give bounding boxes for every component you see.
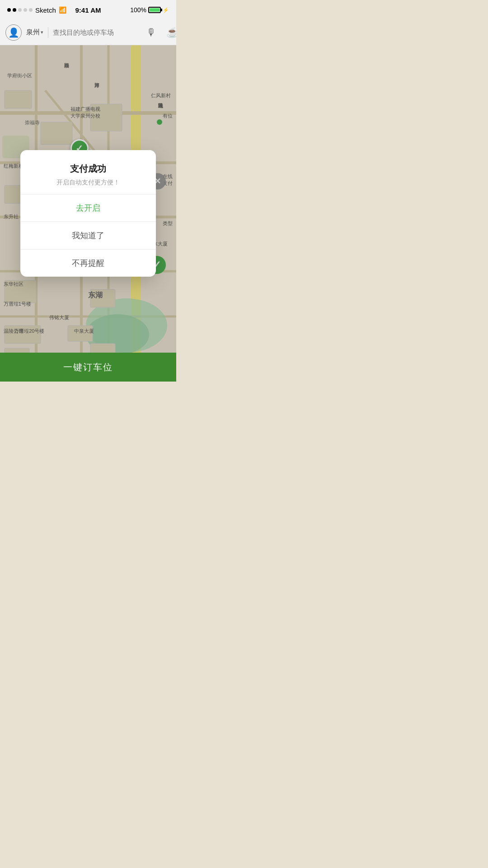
dot-1 <box>7 8 11 12</box>
got-it-button[interactable]: 我知道了 <box>20 222 156 249</box>
battery-fill <box>150 8 160 12</box>
chevron-down-icon: ▾ <box>41 29 43 35</box>
no-remind-button[interactable]: 不再提醒 <box>20 250 156 277</box>
dot-4 <box>23 8 27 12</box>
search-input[interactable] <box>53 28 139 36</box>
status-right: 100% ⚡ <box>130 6 169 14</box>
coffee-button[interactable]: ☕ <box>164 24 176 41</box>
modal-subtitle: 开启自动支付更方便！ <box>29 179 147 187</box>
mic-button[interactable]: 🎙 <box>143 24 160 41</box>
coffee-icon: ☕ <box>166 27 177 38</box>
enable-autopay-button[interactable]: 去开启 <box>20 194 156 222</box>
dot-5 <box>29 8 33 12</box>
wifi-icon: 📶 <box>59 6 66 14</box>
dot-2 <box>13 8 16 12</box>
search-bar: 👤 泉州 ▾ 🎙 ☕ <box>0 20 176 45</box>
vertical-divider <box>48 27 48 38</box>
signal-dots <box>7 8 33 12</box>
location-text: 泉州 <box>26 28 40 37</box>
bolt-icon: ⚡ <box>163 7 169 13</box>
status-left: Sketch 📶 <box>7 6 66 14</box>
map-container: 学府街小区 崇福路 河岸路 仁风新村 崇福寺 福建广播电视大学泉州分校 仁风街 … <box>0 45 176 382</box>
modal-header: 支付成功 开启自动支付更方便！ <box>20 150 156 194</box>
location-selector[interactable]: 泉州 ▾ <box>26 28 43 37</box>
avatar-button[interactable]: 👤 <box>5 24 22 41</box>
carrier-label: Sketch <box>35 6 56 14</box>
modal-overlay: 支付成功 开启自动支付更方便！ 去开启 我知道了 不再提醒 <box>0 45 176 382</box>
user-icon: 👤 <box>8 27 19 38</box>
mic-icon: 🎙 <box>146 27 156 38</box>
bottom-bar: 一键订车位 <box>0 353 176 382</box>
status-time: 9:41 AM <box>75 6 101 14</box>
payment-success-modal: 支付成功 开启自动支付更方便！ 去开启 我知道了 不再提醒 <box>20 150 156 277</box>
modal-title: 支付成功 <box>29 163 147 175</box>
dot-3 <box>18 8 22 12</box>
status-bar: Sketch 📶 9:41 AM 100% ⚡ <box>0 0 176 20</box>
battery-icon <box>148 7 161 13</box>
battery-percent: 100% <box>130 6 146 14</box>
one-click-parking-button[interactable]: 一键订车位 <box>0 353 176 382</box>
